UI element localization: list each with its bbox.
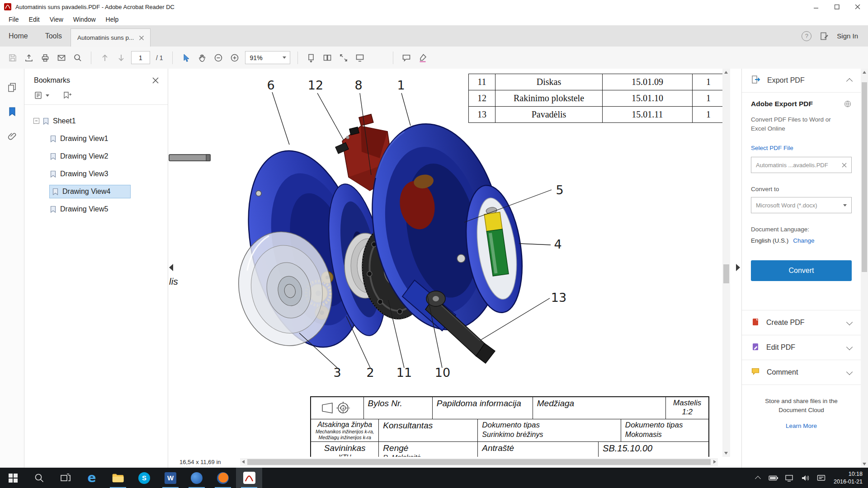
highlighter-tool-icon[interactable] bbox=[417, 52, 429, 64]
export-pdf-label: Export PDF bbox=[767, 76, 841, 84]
horizontal-scroll-thumb[interactable] bbox=[247, 459, 711, 465]
bookmark-drawing-view4-selected[interactable]: Drawing View4 bbox=[33, 183, 168, 200]
next-page-icon[interactable] bbox=[115, 52, 127, 64]
learn-more-link[interactable]: Learn More bbox=[786, 422, 817, 431]
menu-view[interactable]: View bbox=[45, 16, 68, 23]
menu-help[interactable]: Help bbox=[101, 16, 124, 23]
bookmark-drawing-view3[interactable]: Drawing View3 bbox=[33, 165, 168, 183]
pdf-vertical-scrollbar[interactable] bbox=[722, 69, 730, 457]
bookmarks-tree: Sheet1 Drawing View1 Drawing View2 Drawi… bbox=[24, 105, 168, 218]
two-page-view-icon[interactable] bbox=[321, 52, 334, 64]
tab-home[interactable]: Home bbox=[0, 25, 37, 47]
comment-icon bbox=[751, 367, 760, 378]
battery-icon[interactable] bbox=[769, 473, 778, 483]
zoom-level-dropdown[interactable]: 91% bbox=[245, 51, 290, 64]
page-thumbnails-icon[interactable] bbox=[5, 80, 20, 95]
bookmarks-close-icon[interactable] bbox=[152, 77, 159, 84]
tab-document[interactable]: Automatinis suns p... bbox=[71, 28, 151, 47]
scroll-right-icon[interactable] bbox=[713, 460, 716, 464]
minimize-button[interactable] bbox=[806, 0, 826, 14]
select-pdf-file-link[interactable]: Select PDF File bbox=[751, 145, 852, 151]
bookmark-label: Drawing View4 bbox=[62, 188, 110, 196]
pdf-horizontal-scrollbar[interactable] bbox=[240, 458, 718, 466]
export-pdf-section-header[interactable]: Export PDF bbox=[742, 69, 861, 93]
convert-button[interactable]: Convert bbox=[751, 260, 852, 281]
close-button[interactable] bbox=[847, 0, 868, 14]
collapse-right-pane-handle[interactable] bbox=[736, 264, 740, 271]
chevron-down-icon bbox=[846, 319, 853, 325]
hand-tool-icon[interactable] bbox=[196, 52, 208, 64]
format-dropdown[interactable]: Microsoft Word (*.docx) bbox=[751, 197, 852, 213]
bookmarks-panel-icon[interactable] bbox=[5, 104, 20, 119]
volume-icon[interactable] bbox=[800, 473, 810, 483]
fill-sign-icon[interactable] bbox=[820, 32, 829, 41]
menu-window[interactable]: Window bbox=[68, 16, 101, 23]
bookmark-drawing-view2[interactable]: Drawing View2 bbox=[33, 147, 168, 165]
file-explorer-icon[interactable] bbox=[105, 468, 131, 488]
document-language-label: Document Language: bbox=[751, 226, 852, 233]
menu-file[interactable]: File bbox=[4, 16, 24, 23]
scroll-down-icon[interactable] bbox=[863, 463, 866, 465]
callout-2: 2 bbox=[366, 366, 374, 380]
network-icon[interactable] bbox=[784, 473, 794, 483]
scroll-up-icon[interactable] bbox=[724, 71, 728, 74]
document-tab-label: Automatinis suns p... bbox=[77, 34, 134, 41]
edit-pdf-section[interactable]: Edit PDF bbox=[742, 335, 861, 360]
maximize-button[interactable] bbox=[826, 0, 847, 14]
print-icon[interactable] bbox=[39, 52, 51, 64]
task-view-button[interactable] bbox=[52, 468, 79, 488]
word-icon[interactable]: W bbox=[157, 468, 184, 488]
acrobat-taskbar-icon[interactable] bbox=[236, 468, 262, 488]
taskbar-clock[interactable]: 10:18 2016-01-21 bbox=[834, 470, 863, 486]
tab-close-icon[interactable] bbox=[139, 36, 144, 40]
start-button[interactable] bbox=[0, 468, 26, 488]
title-block-atsakinga-sub2: Medžiagų inžinerijos k-ra bbox=[319, 435, 371, 441]
menu-edit[interactable]: Edit bbox=[24, 16, 45, 23]
fit-window-icon[interactable] bbox=[338, 52, 350, 64]
collapse-expander-icon[interactable] bbox=[33, 118, 39, 124]
zoom-out-icon[interactable] bbox=[212, 52, 225, 64]
previous-page-icon[interactable] bbox=[99, 52, 111, 64]
edge-icon[interactable]: e bbox=[79, 468, 105, 488]
pdf-page-view: 6 12 8 1 5 4 13 3 2 11 10 lis 11 bbox=[168, 69, 741, 468]
continuous-scroll-icon[interactable] bbox=[305, 52, 317, 64]
create-pdf-section[interactable]: Create PDF bbox=[742, 310, 861, 335]
tab-tools[interactable]: Tools bbox=[37, 25, 71, 47]
selected-file-field[interactable]: Automatinis ...avadelis.PDF bbox=[751, 157, 852, 173]
change-language-link[interactable]: Change bbox=[793, 237, 814, 244]
bookmark-drawing-view1[interactable]: Drawing View1 bbox=[33, 130, 168, 147]
bookmark-sheet1[interactable]: Sheet1 bbox=[33, 112, 168, 130]
app-blue-circle-icon[interactable] bbox=[184, 468, 210, 488]
sign-in-button[interactable]: Sign In bbox=[837, 32, 858, 40]
bookmark-options-menu-icon[interactable] bbox=[35, 91, 49, 99]
page-number-input[interactable]: 1 bbox=[131, 51, 150, 64]
bookmark-expand-icon[interactable] bbox=[63, 91, 72, 99]
table-row: 13 Pavadėlis 15.01.11 1 bbox=[469, 107, 725, 123]
search-icon[interactable] bbox=[71, 52, 84, 64]
attachments-panel-icon[interactable] bbox=[5, 128, 20, 144]
vertical-scroll-thumb[interactable] bbox=[723, 264, 729, 283]
select-tool-icon[interactable] bbox=[180, 52, 192, 64]
action-center-icon[interactable] bbox=[816, 473, 826, 483]
collapse-left-pane-handle[interactable] bbox=[169, 264, 173, 271]
clear-file-icon[interactable] bbox=[842, 163, 847, 168]
vertical-scroll-thumb[interactable] bbox=[862, 82, 867, 272]
upload-cloud-icon[interactable] bbox=[23, 52, 35, 64]
window-title: Automatinis suns pavadelis.PDF - Adobe A… bbox=[15, 4, 175, 10]
tray-expand-icon[interactable] bbox=[753, 473, 763, 483]
comment-tool-icon[interactable] bbox=[401, 52, 413, 64]
reading-mode-icon[interactable] bbox=[354, 52, 366, 64]
tools-panel-scrollbar[interactable] bbox=[861, 69, 868, 468]
help-icon[interactable]: ? bbox=[802, 31, 811, 41]
zoom-in-icon[interactable] bbox=[229, 52, 241, 64]
scroll-down-icon[interactable] bbox=[724, 452, 728, 455]
email-icon[interactable] bbox=[55, 52, 67, 64]
bookmark-drawing-view5[interactable]: Drawing View5 bbox=[33, 200, 168, 218]
firefox-icon[interactable] bbox=[210, 468, 236, 488]
scroll-up-icon[interactable] bbox=[863, 71, 866, 74]
taskbar-search-button[interactable] bbox=[26, 468, 52, 488]
save-icon[interactable] bbox=[6, 52, 19, 64]
scroll-left-icon[interactable] bbox=[242, 460, 245, 464]
skype-icon[interactable]: S bbox=[131, 468, 157, 488]
comment-section[interactable]: Comment bbox=[742, 360, 861, 385]
